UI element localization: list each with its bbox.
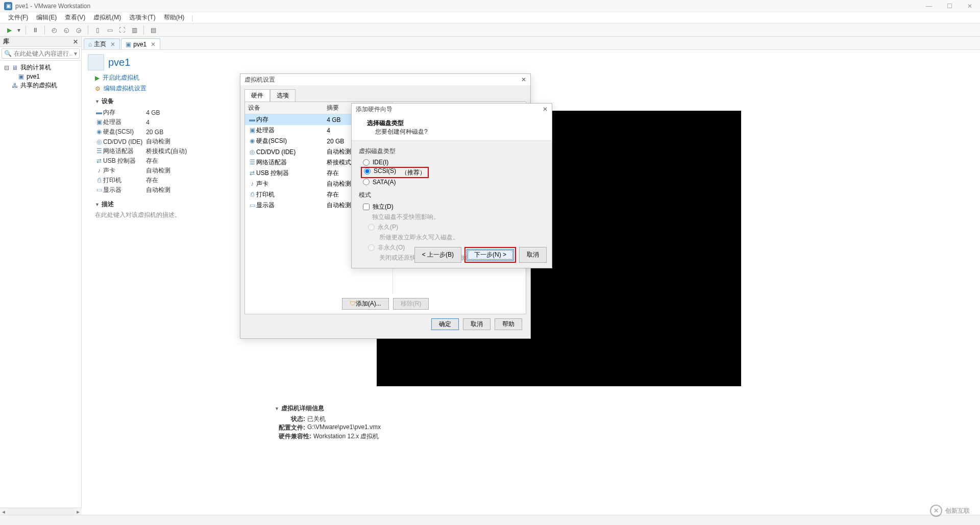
devices-header[interactable]: 设备 bbox=[95, 97, 190, 106]
tab-label: 主页 bbox=[94, 40, 106, 48]
radio-input[interactable] bbox=[364, 168, 371, 174]
radio-input[interactable] bbox=[363, 179, 370, 185]
title-bar: ▣ pve1 - VMware Workstation — ☐ ✕ bbox=[0, 0, 980, 12]
search-icon: 🔍 bbox=[4, 50, 12, 57]
tree-shared-vms[interactable]: 🖧 共享的虚拟机 bbox=[2, 81, 79, 90]
description-header[interactable]: 描述 bbox=[95, 200, 190, 209]
device-row[interactable]: ◎CD/DVD (IDE)自动检测 bbox=[95, 137, 190, 146]
vm-title: pve1 bbox=[108, 57, 130, 68]
radio-sata[interactable]: SATA(A) bbox=[363, 179, 545, 186]
device-row[interactable]: ◉硬盘(SCSI)20 GB bbox=[95, 127, 190, 137]
radio-label: IDE(I) bbox=[373, 159, 388, 166]
mode-group: 模式 bbox=[359, 191, 545, 199]
power-on-icon[interactable]: ▶ bbox=[4, 25, 14, 35]
add-hardware-button[interactable]: 🛡添加(A)... bbox=[342, 298, 389, 310]
cpu-icon: ▣ bbox=[248, 127, 256, 134]
device-row[interactable]: ♪声卡自动检测 bbox=[95, 166, 190, 176]
detail-label: 状态: bbox=[275, 415, 305, 423]
next-button[interactable]: 下一步(N) > bbox=[467, 249, 514, 261]
device-row[interactable]: ☰网络适配器桥接模式(自动) bbox=[95, 146, 190, 156]
usb-icon: ⇄ bbox=[95, 157, 103, 164]
description-placeholder[interactable]: 在此处键入对该虚拟机的描述。 bbox=[95, 211, 190, 219]
detail-label: 硬件兼容性: bbox=[275, 432, 311, 441]
wrench-icon: ⚙ bbox=[95, 85, 101, 92]
device-row[interactable]: ▭显示器自动检测 bbox=[95, 185, 190, 195]
watermark-icon: ✕ bbox=[930, 505, 942, 517]
tab-vm[interactable]: ▣ pve1 ✕ bbox=[121, 38, 160, 49]
chevron-down-icon[interactable]: ▾ bbox=[74, 50, 77, 57]
menu-tabs[interactable]: 选项卡(T) bbox=[125, 12, 159, 23]
scroll-left-icon[interactable]: ◂ bbox=[0, 508, 7, 515]
collapse-icon[interactable]: ⊟ bbox=[4, 64, 9, 71]
view-console-icon[interactable]: ▭ bbox=[105, 25, 115, 35]
remove-hardware-button[interactable]: 移除(R) bbox=[393, 298, 429, 310]
edit-settings-link[interactable]: ⚙ 编辑虚拟机设置 bbox=[95, 84, 980, 93]
power-on-link[interactable]: ▶ 开启此虚拟机 bbox=[95, 73, 980, 82]
dialog-titlebar[interactable]: 添加硬件向导 ✕ bbox=[352, 104, 552, 115]
ok-button[interactable]: 确定 bbox=[431, 318, 459, 330]
display-icon: ▭ bbox=[95, 186, 103, 193]
device-row[interactable]: ▬内存4 GB bbox=[95, 108, 190, 117]
menu-help[interactable]: 帮助(H) bbox=[160, 12, 189, 23]
close-icon[interactable]: ✕ bbox=[110, 41, 115, 48]
minimize-button[interactable]: — bbox=[919, 0, 939, 12]
network-icon: ☰ bbox=[248, 159, 256, 166]
back-button[interactable]: < 上一步(B) bbox=[414, 247, 461, 263]
radio-label: 永久(P) bbox=[378, 223, 398, 232]
menu-vm[interactable]: 虚拟机(M) bbox=[89, 12, 125, 23]
highlight-scsi: SCSI(S) （推荐） bbox=[361, 167, 429, 178]
home-icon: ⌂ bbox=[88, 41, 92, 48]
disk-icon: ◉ bbox=[248, 137, 256, 144]
device-row[interactable]: ▣处理器4 bbox=[95, 117, 190, 127]
view-library-icon[interactable]: ▤ bbox=[148, 25, 158, 35]
snapshot-take-icon[interactable]: ◴ bbox=[49, 25, 59, 35]
detail-label: 配置文件: bbox=[275, 423, 305, 432]
close-icon[interactable]: ✕ bbox=[73, 38, 78, 45]
status-bar bbox=[0, 515, 980, 525]
printer-icon: ⎙ bbox=[248, 191, 256, 198]
tree-label: 共享的虚拟机 bbox=[20, 81, 57, 90]
snapshot-manager-icon[interactable]: ◶ bbox=[74, 25, 84, 35]
tree-vm-pve1[interactable]: ▣ pve1 bbox=[2, 72, 79, 81]
tab-options[interactable]: 选项 bbox=[270, 89, 296, 102]
library-header: 库 ✕ bbox=[0, 37, 81, 47]
vm-details-header[interactable]: 虚拟机详细信息 bbox=[275, 404, 381, 413]
scroll-right-icon[interactable]: ▸ bbox=[75, 508, 82, 515]
link-label: 编辑虚拟机设置 bbox=[104, 84, 146, 93]
device-row[interactable]: ⎙打印机存在 bbox=[95, 176, 190, 185]
snapshot-revert-icon[interactable]: ◵ bbox=[61, 25, 71, 35]
highlight-next: 下一步(N) > bbox=[464, 247, 516, 263]
search-input[interactable] bbox=[14, 50, 72, 57]
sidebar-hscroll[interactable]: ◂ ▸ bbox=[0, 508, 82, 515]
vm-icon: ▣ bbox=[17, 73, 24, 80]
view-unity-icon[interactable]: ▥ bbox=[129, 25, 139, 35]
col-device[interactable]: 设备 bbox=[245, 102, 324, 114]
tab-home[interactable]: ⌂ 主页 ✕ bbox=[84, 38, 120, 49]
menu-file[interactable]: 文件(F) bbox=[4, 12, 32, 23]
suspend-icon[interactable]: ⏸ bbox=[30, 25, 40, 35]
cancel-button[interactable]: 取消 bbox=[463, 318, 491, 330]
radio-input[interactable] bbox=[363, 159, 370, 166]
tab-hardware[interactable]: 硬件 bbox=[244, 89, 270, 102]
check-independent[interactable]: 独立(D) bbox=[363, 203, 545, 211]
menu-view[interactable]: 查看(V) bbox=[61, 12, 89, 23]
help-button[interactable]: 帮助 bbox=[495, 318, 522, 330]
radio-scsi[interactable]: SCSI(S) bbox=[364, 167, 396, 174]
checkbox-input[interactable] bbox=[363, 204, 370, 210]
maximize-button[interactable]: ☐ bbox=[939, 0, 960, 12]
close-icon[interactable]: ✕ bbox=[521, 76, 526, 83]
cancel-button[interactable]: 取消 bbox=[519, 247, 547, 263]
view-single-icon[interactable]: ▯ bbox=[92, 25, 103, 35]
radio-ide[interactable]: IDE(I) bbox=[363, 159, 545, 166]
view-full-icon[interactable]: ⛶ bbox=[117, 25, 127, 35]
disk-type-group: 虚拟磁盘类型 bbox=[359, 147, 545, 156]
power-dropdown-icon[interactable]: ▾ bbox=[16, 25, 21, 35]
wizard-heading: 选择磁盘类型 bbox=[367, 119, 546, 128]
close-icon[interactable]: ✕ bbox=[543, 106, 548, 113]
close-button[interactable]: ✕ bbox=[960, 0, 980, 12]
device-row[interactable]: ⇄USB 控制器存在 bbox=[95, 156, 190, 166]
close-icon[interactable]: ✕ bbox=[151, 41, 156, 48]
dialog-titlebar[interactable]: 虚拟机设置 ✕ bbox=[240, 74, 530, 85]
tree-my-computer[interactable]: ⊟ 🖥 我的计算机 bbox=[2, 63, 79, 72]
menu-edit[interactable]: 编辑(E) bbox=[32, 12, 61, 23]
